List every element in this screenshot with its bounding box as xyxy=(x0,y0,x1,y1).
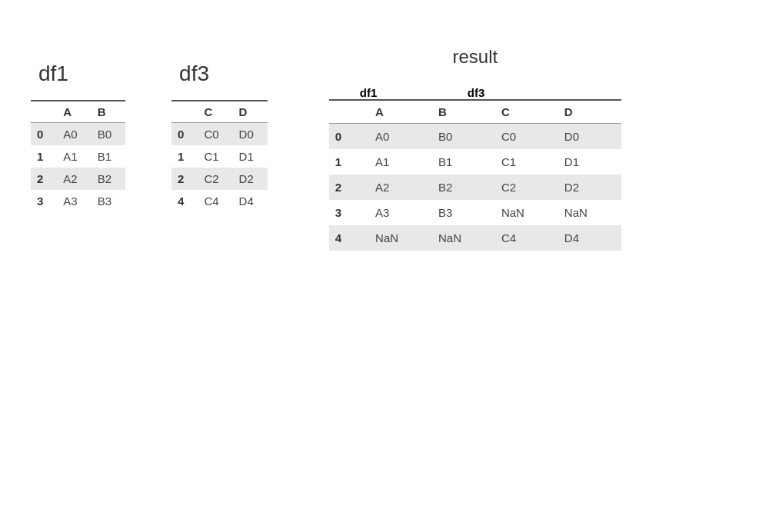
table-row: 4 C4 D4 xyxy=(171,190,268,212)
row-idx: 2 xyxy=(31,168,57,190)
cell-A: A2 xyxy=(369,175,432,200)
row-idx: 3 xyxy=(329,200,369,225)
cell-B: NaN xyxy=(432,225,495,251)
df1-body: 0 A0 B0 1 A1 B1 2 A2 B2 3 A3 B3 xyxy=(31,123,125,213)
result-col-B: B xyxy=(432,100,495,124)
df1-idx-header xyxy=(31,101,57,123)
row-idx: 4 xyxy=(329,225,369,251)
cell-D: D2 xyxy=(558,175,621,200)
cell-D: D0 xyxy=(233,123,268,146)
df1-table: A B 0 A0 B0 1 A1 B1 2 A2 B2 3 A3 B3 xyxy=(31,100,125,212)
df1-col-B: B xyxy=(92,101,125,123)
group-df3-label: df3 xyxy=(444,86,568,99)
group-headers: df1 df3 xyxy=(329,86,621,99)
df3-container: df3 C D 0 C0 D0 1 C1 D1 2 C2 D2 xyxy=(171,62,268,212)
cell-B: B1 xyxy=(432,149,495,175)
result-col-D: D xyxy=(558,100,621,124)
result-title: result xyxy=(329,46,621,68)
cell-C: C2 xyxy=(198,168,232,190)
table-row: 1 A1 B1 C1 D1 xyxy=(329,149,621,175)
cell-B: B1 xyxy=(92,145,125,168)
group-df1-label: df1 xyxy=(360,86,444,99)
cell-A: A2 xyxy=(57,168,91,190)
result-body: 0 A0 B0 C0 D0 1 A1 B1 C1 D1 2 A2 B2 C2 D… xyxy=(329,124,621,251)
cell-D: D4 xyxy=(558,225,621,251)
cell-C: C1 xyxy=(198,145,232,168)
df3-idx-header xyxy=(171,101,198,123)
cell-C: C1 xyxy=(495,149,558,175)
cell-D: D1 xyxy=(558,149,621,175)
table-row: 0 A0 B0 xyxy=(31,123,125,146)
cell-A: A3 xyxy=(57,190,91,212)
cell-D: D4 xyxy=(233,190,268,212)
df1-container: df1 A B 0 A0 B0 1 A1 B1 2 A2 B2 xyxy=(31,62,125,212)
cell-A: A1 xyxy=(369,149,432,175)
result-idx-header xyxy=(329,100,369,124)
result-table-container: df1 df3 A B C D 0 A0 B0 C0 D xyxy=(329,86,621,251)
row-idx: 0 xyxy=(171,123,198,146)
cell-A: NaN xyxy=(369,225,432,251)
table-row: 1 A1 B1 xyxy=(31,145,125,168)
cell-C: C0 xyxy=(495,124,558,150)
result-header-row: A B C D xyxy=(329,100,621,124)
df1-title: df1 xyxy=(31,62,125,86)
row-idx: 0 xyxy=(329,124,369,150)
table-row: 4 NaN NaN C4 D4 xyxy=(329,225,621,251)
df1-col-A: A xyxy=(57,101,91,123)
df3-table: C D 0 C0 D0 1 C1 D1 2 C2 D2 4 C4 D4 xyxy=(171,100,268,212)
table-row: 2 A2 B2 xyxy=(31,168,125,190)
row-idx: 2 xyxy=(171,168,198,190)
table-row: 1 C1 D1 xyxy=(171,145,268,168)
cell-D: D0 xyxy=(558,124,621,150)
cell-D: NaN xyxy=(558,200,621,225)
table-row: 2 C2 D2 xyxy=(171,168,268,190)
cell-D: D1 xyxy=(233,145,268,168)
df1-header-row: A B xyxy=(31,101,125,123)
cell-B: B0 xyxy=(92,123,125,146)
cell-C: C0 xyxy=(198,123,232,146)
table-row: 0 A0 B0 C0 D0 xyxy=(329,124,621,150)
df3-title: df3 xyxy=(171,62,268,86)
cell-A: A3 xyxy=(369,200,432,225)
row-idx: 1 xyxy=(329,149,369,175)
row-idx: 3 xyxy=(31,190,57,212)
cell-C: C4 xyxy=(495,225,558,251)
df3-col-C: C xyxy=(198,101,232,123)
table-row: 2 A2 B2 C2 D2 xyxy=(329,175,621,200)
cell-B: B3 xyxy=(432,200,495,225)
cell-C: NaN xyxy=(495,200,558,225)
cell-B: B3 xyxy=(92,190,125,212)
cell-C: C4 xyxy=(198,190,232,212)
df3-body: 0 C0 D0 1 C1 D1 2 C2 D2 4 C4 D4 xyxy=(171,123,268,213)
cell-C: C2 xyxy=(495,175,558,200)
table-row: 3 A3 B3 NaN NaN xyxy=(329,200,621,225)
table-row: 3 A3 B3 xyxy=(31,190,125,212)
row-idx: 1 xyxy=(31,145,57,168)
cell-B: B2 xyxy=(92,168,125,190)
row-idx: 0 xyxy=(31,123,57,146)
row-idx: 4 xyxy=(171,190,198,212)
cell-A: A0 xyxy=(369,124,432,150)
df3-header-row: C D xyxy=(171,101,268,123)
left-section: df1 A B 0 A0 B0 1 A1 B1 2 A2 B2 xyxy=(31,62,268,212)
row-idx: 2 xyxy=(329,175,369,200)
result-col-A: A xyxy=(369,100,432,124)
cell-A: A1 xyxy=(57,145,91,168)
cell-D: D2 xyxy=(233,168,268,190)
page-container: df1 A B 0 A0 B0 1 A1 B1 2 A2 B2 xyxy=(0,0,769,281)
cell-B: B0 xyxy=(432,124,495,150)
df3-col-D: D xyxy=(233,101,268,123)
cell-B: B2 xyxy=(432,175,495,200)
right-section: result df1 df3 A B C D 0 xyxy=(329,46,621,251)
row-idx: 1 xyxy=(171,145,198,168)
table-row: 0 C0 D0 xyxy=(171,123,268,146)
result-col-C: C xyxy=(495,100,558,124)
cell-A: A0 xyxy=(57,123,91,146)
result-table: A B C D 0 A0 B0 C0 D0 1 A1 B1 C1 D1 2 A2 xyxy=(329,99,621,251)
